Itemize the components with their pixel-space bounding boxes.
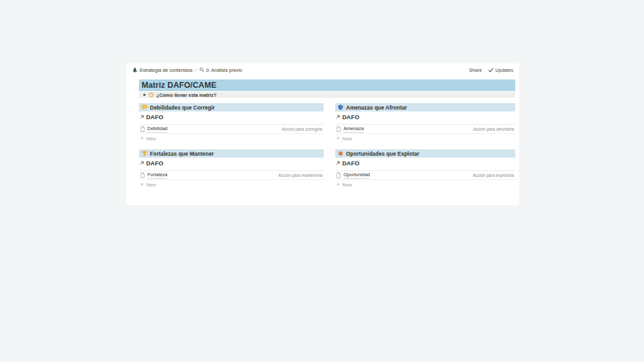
breadcrumb-label: 0. Análisis previo [206, 67, 242, 73]
toggle-triangle-icon [144, 94, 146, 96]
row-property[interactable]: Acción para corregirla [282, 125, 322, 133]
share-label: Share [469, 67, 482, 73]
table-row[interactable]: Fortaleza Acción para mantenerla [139, 170, 324, 180]
linked-database-dafo[interactable]: DAFO [335, 113, 359, 121]
quadrant-header: Debilidades que Corregir [139, 103, 324, 111]
updates-label: Updates [495, 67, 513, 73]
arrow-northeast-icon [336, 115, 340, 119]
new-row-button[interactable]: + New [335, 135, 515, 142]
quadrant-title: Fortalezas que Mantener [150, 151, 214, 157]
new-row-button[interactable]: + New [139, 181, 324, 188]
new-label: New [342, 182, 352, 188]
linked-database-title: DAFO [146, 160, 163, 167]
quadrant-title: Debilidades que Corregir [150, 104, 215, 111]
quadrant-header: Oportunidades que Explotar [335, 149, 515, 158]
plus-icon: + [336, 182, 340, 188]
page-icon [336, 126, 341, 132]
tree-icon [132, 67, 138, 73]
row-property[interactable]: Acción para explotarla [473, 171, 514, 179]
plus-icon: + [140, 136, 144, 142]
magnifier-icon [199, 67, 204, 72]
notion-page-card: Estrategia de contenidos / 0. Análisis p… [126, 63, 519, 205]
new-label: New [342, 136, 352, 142]
page-title-block[interactable]: Matriz DAFO/CAME [139, 79, 515, 91]
page-icon [140, 172, 145, 178]
linked-database-dafo[interactable]: DAFO [335, 159, 359, 167]
notion-app: { "colors": { "page_bg": "#f4f5f6", "car… [0, 0, 644, 362]
table-row[interactable]: Amenaza Acción para afrontarla [335, 124, 515, 134]
quadrant-header: Amenazas que Afrontar [335, 103, 515, 111]
arrow-northeast-icon [336, 161, 340, 165]
breadcrumb-separator: / [195, 67, 197, 73]
table-row[interactable]: Oportunidad Acción para explotarla [335, 170, 515, 180]
row-title[interactable]: Oportunidad [343, 172, 370, 179]
plus-icon: + [336, 136, 340, 142]
breadcrumb-label: Estrategia de contenidos [140, 67, 193, 73]
check-icon [488, 68, 493, 72]
breadcrumb: Estrategia de contenidos / 0. Análisis p… [132, 67, 242, 73]
row-title[interactable]: Debilidad [147, 126, 167, 133]
row-property[interactable]: Acción para afrontarla [473, 125, 514, 133]
share-button[interactable]: Share [469, 67, 482, 73]
table-row[interactable]: Debilidad Acción para corregirla [139, 124, 324, 134]
toggle-block[interactable]: ¿Cómo llenar esta matriz? [139, 92, 515, 98]
linked-database-dafo[interactable]: DAFO [139, 113, 163, 121]
new-row-button[interactable]: + New [139, 135, 324, 142]
row-property[interactable]: Acción para mantenerla [278, 171, 322, 179]
toggle-label: ¿Cómo llenar esta matriz? [156, 92, 217, 98]
plus-icon: + [140, 182, 144, 188]
row-title[interactable]: Amenaza [343, 126, 364, 133]
linked-database-title: DAFO [342, 160, 359, 167]
page-title: Matriz DAFO/CAME [142, 81, 217, 90]
new-row-button[interactable]: + New [335, 181, 515, 188]
starburst-icon [338, 151, 343, 156]
topbar-actions: Share Updates [469, 67, 513, 73]
updates-button[interactable]: Updates [488, 67, 513, 73]
breadcrumb-item-workspace[interactable]: Estrategia de contenidos [132, 67, 193, 73]
arrow-northeast-icon [140, 161, 144, 165]
clock-icon [149, 92, 154, 97]
topbar: Estrategia de contenidos / 0. Análisis p… [126, 63, 519, 76]
linked-database-title: DAFO [146, 113, 163, 120]
quadrant-title: Amenazas que Afrontar [346, 104, 407, 111]
breadcrumb-item-page[interactable]: 0. Análisis previo [199, 67, 242, 73]
quadrant-header: Fortalezas que Mantener [139, 149, 324, 158]
linked-database-title: DAFO [342, 113, 359, 120]
arrow-northeast-icon [140, 115, 144, 119]
new-label: New [146, 136, 156, 142]
trophy-icon [142, 151, 147, 156]
shield-icon [338, 104, 343, 110]
page-icon [336, 172, 341, 178]
page-icon [140, 126, 145, 132]
quadrant-title: Oportunidades que Explotar [346, 151, 419, 157]
linked-database-dafo[interactable]: DAFO [139, 159, 163, 167]
speech-balloon-icon [142, 104, 147, 110]
new-label: New [146, 182, 156, 188]
row-title[interactable]: Fortaleza [147, 172, 167, 179]
